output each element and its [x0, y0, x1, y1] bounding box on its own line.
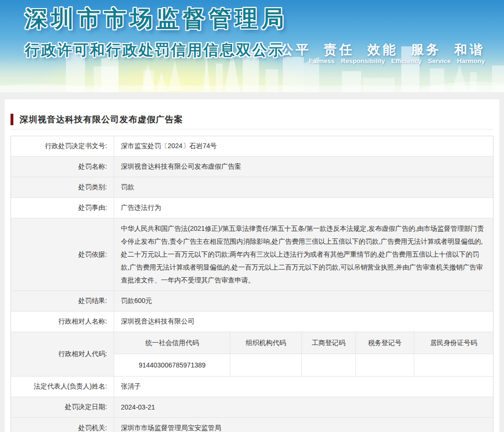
- codes-value-cell: [414, 354, 493, 376]
- row-label: 法定代表人(负责人)姓名:: [11, 377, 114, 397]
- table-row-penalty-reason: 处罚事由: 广告违法行为: [11, 198, 493, 218]
- table-row-legal-representative: 法定代表人(负责人)姓名: 张清子: [11, 377, 493, 397]
- title-accent-bar: [11, 114, 13, 125]
- table-row-penalty-result: 处罚结果: 罚款600元: [11, 291, 493, 312]
- row-label: 处罚名称:: [11, 157, 114, 177]
- slogan-cn-word: 服务: [411, 41, 441, 58]
- slogan-en-word: Service: [428, 57, 450, 65]
- row-value: 罚款600元: [114, 291, 493, 311]
- row-label: 处罚事由:: [11, 198, 114, 218]
- codes-header-cell: 税务登记号: [356, 332, 414, 354]
- table-row-party-codes: 行政相对人代码: 统一社会信用代码 组织机构代码 工商登记码 税务登记号 居民身…: [11, 332, 493, 377]
- slogan-en-word: Faimess: [309, 57, 334, 65]
- row-value: 深圳市市场监督管理局宝安监管局: [114, 418, 493, 432]
- slogan-cn-word: 责任: [324, 41, 354, 58]
- table-row-penalty-basis: 处罚依据: 中华人民共和国广告法(2021修正)/第五章法律责任/第五十五条/第…: [11, 218, 493, 291]
- codes-header-cell: 统一社会信用代码: [114, 332, 230, 354]
- codes-value-cell: [230, 354, 301, 376]
- codes-header-cell: 工商登记码: [302, 332, 356, 354]
- table-row-penalty-authority: 处罚机关: 深圳市市场监督管理局宝安监管局: [11, 418, 493, 432]
- row-label: 处罚依据:: [11, 218, 114, 291]
- row-value: 深圳视音达科技有限公司发布虚假广告案: [114, 157, 493, 177]
- codes-header-cell: 居民身份证号码: [414, 332, 493, 354]
- slogan-en-word: Responsibility: [341, 57, 385, 65]
- content-card: 深圳视音达科技有限公司发布虚假广告案 行政处罚决定书文号: 深市监宝处罚〔202…: [5, 99, 499, 432]
- banner-subtitle: 行政许可和行政处罚信用信息双公示: [25, 40, 285, 60]
- slogan-cn-word: 公平: [280, 41, 311, 58]
- row-value: 深市监宝处罚〔2024〕石岩74号: [114, 136, 493, 156]
- row-value: 2024-03-21: [114, 397, 493, 417]
- table-row-decision-date: 处罚决定日期: 2024-03-21: [11, 397, 493, 418]
- org-title: 深圳市市场监督管理局: [25, 4, 288, 34]
- table-row-decision-number: 行政处罚决定书文号: 深市监宝处罚〔2024〕石岩74号: [11, 136, 493, 157]
- penalty-info-table: 行政处罚决定书文号: 深市监宝处罚〔2024〕石岩74号 处罚名称: 深圳视音达…: [11, 136, 493, 432]
- case-title: 深圳视音达科技有限公司发布虚假广告案: [20, 114, 183, 125]
- row-label: 处罚结果:: [11, 291, 114, 311]
- slogan-cn: 公平 责任 效能 服务 和谐: [280, 41, 485, 58]
- slogan-cn-word: 和谐: [454, 41, 485, 58]
- codes-value-row: 914403006785971389: [114, 354, 493, 376]
- codes-value-cell: [356, 354, 414, 376]
- table-row-penalty-category: 处罚类别: 罚款: [11, 177, 493, 198]
- row-label: 处罚机关:: [11, 418, 114, 432]
- title-divider: [11, 129, 493, 130]
- row-label: 处罚决定日期:: [11, 397, 114, 417]
- codes-header-row: 统一社会信用代码 组织机构代码 工商登记码 税务登记号 居民身份证号码: [114, 332, 493, 354]
- site-banner: 深圳市市场监督管理局 行政许可和行政处罚信用信息双公示 公平 责任 效能 服务 …: [0, 0, 504, 92]
- slogan-en-word: Efficiency: [391, 57, 422, 65]
- row-value: 深圳视音达科技有限公司: [114, 312, 493, 332]
- row-label: 行政相对人代码:: [11, 332, 114, 376]
- codes-table: 统一社会信用代码 组织机构代码 工商登记码 税务登记号 居民身份证号码 9144…: [114, 332, 493, 376]
- row-value: 张清子: [114, 377, 493, 397]
- slogan-en-word: Harmony: [457, 57, 485, 65]
- codes-value-cell: 914403006785971389: [114, 354, 230, 376]
- row-label: 处罚类别:: [11, 177, 114, 197]
- slogan-en: Faimess Responsibility Efficiency Servic…: [309, 57, 485, 65]
- row-label: 行政相对人名称:: [11, 312, 114, 332]
- row-value: 罚款: [114, 177, 493, 197]
- case-title-block: 深圳视音达科技有限公司发布虚假广告案: [11, 99, 493, 128]
- row-value: 中华人民共和国广告法(2021修正)/第五章法律责任/第五十五条/第一款违反本法…: [114, 218, 493, 291]
- row-value: 广告违法行为: [114, 198, 493, 218]
- table-row-party-name: 行政相对人名称: 深圳视音达科技有限公司: [11, 312, 493, 332]
- codes-header-cell: 组织机构代码: [230, 332, 301, 354]
- table-row-penalty-name: 处罚名称: 深圳视音达科技有限公司发布虚假广告案: [11, 157, 493, 177]
- row-label: 行政处罚决定书文号:: [11, 136, 114, 156]
- slogan-cn-word: 效能: [367, 41, 398, 58]
- codes-value-cell: [302, 354, 356, 376]
